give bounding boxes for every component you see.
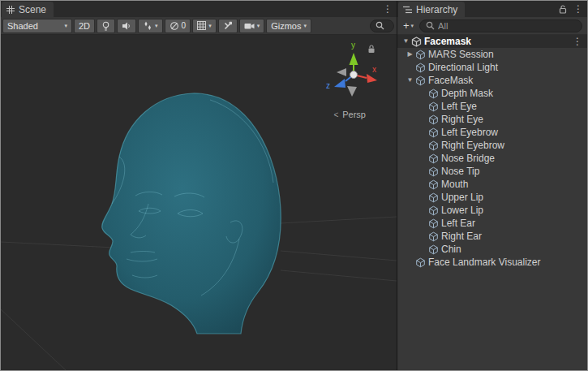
- gameobject-cube-icon: [415, 50, 426, 60]
- gameobject-cube-icon: [428, 114, 439, 125]
- hierarchy-item[interactable]: ▶ MARS Session: [397, 48, 587, 61]
- chevron-down-icon: ▾: [208, 23, 212, 29]
- hierarchy-tabbar: Hierarchy ⋮: [397, 1, 587, 17]
- viewport-lock-icon[interactable]: [367, 45, 376, 54]
- hierarchy-item[interactable]: Left Eyebrow: [397, 126, 587, 139]
- gizmos-dropdown[interactable]: Gizmos ▾: [266, 19, 311, 33]
- hierarchy-item[interactable]: Right Eyebrow: [397, 139, 587, 152]
- item-label: Directional Light: [428, 62, 498, 73]
- hierarchy-item[interactable]: Chin: [397, 243, 587, 256]
- gameobject-cube-icon: [428, 153, 439, 164]
- foldout-arrow[interactable]: ▶: [405, 48, 415, 61]
- gameobject-cube-icon: [428, 140, 439, 151]
- x-axis-label: x: [372, 65, 376, 74]
- face-mesh[interactable]: [102, 93, 281, 334]
- hierarchy-panel-menu-icon[interactable]: ⋮: [572, 1, 585, 17]
- gameobject-cube-icon: [428, 166, 439, 177]
- hierarchy-search-input[interactable]: [438, 21, 576, 31]
- hierarchy-item[interactable]: Nose Bridge: [397, 152, 587, 165]
- scene-visibility-toggle[interactable]: 0: [165, 19, 191, 33]
- scene-panel-menu-icon[interactable]: ⋮: [381, 1, 394, 17]
- tab-hierarchy[interactable]: Hierarchy: [398, 2, 465, 17]
- hierarchy-item[interactable]: Face Landmark Visualizer: [397, 256, 587, 269]
- item-label: Chin: [441, 244, 461, 255]
- z-axis-cone[interactable]: [334, 79, 346, 88]
- hierarchy-item[interactable]: ▼ FaceMask: [397, 74, 587, 87]
- gameobject-cube-icon: [415, 75, 426, 86]
- hierarchy-item[interactable]: Upper Lip: [397, 191, 587, 204]
- scene-viewport[interactable]: y x z <: [1, 35, 397, 370]
- scene-camera-dropdown[interactable]: ▾: [239, 19, 265, 33]
- hierarchy-item[interactable]: Right Ear: [397, 230, 587, 243]
- chevron-down-icon: ▾: [64, 23, 67, 29]
- scene-lighting-toggle[interactable]: [97, 19, 115, 33]
- item-label: Left Ear: [441, 218, 475, 229]
- persp-toggle[interactable]: < Persp: [333, 110, 366, 119]
- scene-grid-dropdown[interactable]: ▾: [192, 19, 217, 33]
- y-axis-cone[interactable]: [350, 53, 358, 65]
- hierarchy-item[interactable]: Directional Light: [397, 61, 587, 74]
- plus-icon: +: [403, 19, 410, 32]
- item-label: MARS Session: [428, 49, 494, 60]
- foldout-arrow[interactable]: ▼: [401, 35, 411, 48]
- neg-x-axis-cone[interactable]: [337, 68, 346, 76]
- hierarchy-item[interactable]: Lower Lip: [397, 204, 587, 217]
- hierarchy-lock-icon[interactable]: [559, 5, 567, 14]
- hierarchy-item[interactable]: Depth Mask: [397, 87, 587, 100]
- visibility-off-icon: [170, 21, 179, 31]
- gizmos-label: Gizmos: [271, 21, 301, 31]
- persp-arrow-icon: <: [333, 110, 338, 119]
- scene-audio-toggle[interactable]: [117, 19, 136, 33]
- foldout-arrow[interactable]: ▼: [405, 74, 415, 87]
- scene-search-field[interactable]: [370, 19, 394, 32]
- y-axis-label: y: [351, 41, 355, 50]
- x-axis-cone[interactable]: [367, 74, 377, 83]
- item-label: Depth Mask: [441, 88, 493, 99]
- hierarchy-item[interactable]: Right Eye: [397, 113, 587, 126]
- grid-tab-icon: [6, 6, 15, 14]
- scene-tabbar: Scene ⋮: [1, 1, 397, 17]
- item-label: Mouth: [441, 179, 468, 190]
- gameobject-cube-icon: [415, 63, 426, 73]
- effects-sparkle-icon: [143, 21, 152, 31]
- z-axis-label: z: [326, 81, 330, 90]
- 2d-toggle-button[interactable]: 2D: [74, 19, 95, 33]
- add-gameobject-button[interactable]: + ▾: [401, 19, 416, 32]
- item-label: FaceMask: [428, 75, 473, 86]
- item-label: Upper Lip: [441, 192, 483, 203]
- chevron-down-icon: ▾: [257, 23, 260, 29]
- item-label: Left Eyebrow: [441, 127, 498, 138]
- hierarchy-item[interactable]: Mouth: [397, 178, 587, 191]
- tab-scene[interactable]: Scene: [2, 2, 54, 17]
- orientation-gizmo[interactable]: y x z: [324, 38, 385, 103]
- gameobject-cube-icon: [415, 257, 426, 268]
- hierarchy-tree: ▶ MARS Session Directional Light ▼ FaceM…: [397, 48, 587, 370]
- shading-mode-dropdown[interactable]: Shaded ▾: [2, 19, 72, 33]
- hierarchy-list-icon: [403, 6, 412, 14]
- hierarchy-item[interactable]: Left Ear: [397, 217, 587, 230]
- hierarchy-search-field[interactable]: [419, 19, 582, 32]
- gizmo-center-hub[interactable]: [350, 71, 358, 79]
- scene-row-menu-icon[interactable]: ⋮: [571, 33, 584, 50]
- persp-label: Persp: [342, 110, 366, 119]
- neg-y-axis-cone[interactable]: [347, 86, 357, 97]
- unity-scene-icon: [411, 37, 422, 47]
- hierarchy-item[interactable]: Left Eye: [397, 100, 587, 113]
- tab-scene-label: Scene: [19, 4, 46, 15]
- scene-panel: Scene ⋮ Shaded ▾ 2D: [1, 1, 397, 370]
- item-label: Nose Bridge: [441, 153, 495, 164]
- gameobject-cube-icon: [428, 101, 439, 112]
- speaker-icon: [122, 21, 131, 31]
- chevron-down-icon: ▾: [411, 23, 414, 29]
- hierarchy-item[interactable]: Nose Tip: [397, 165, 587, 178]
- hidden-object-count: 0: [182, 21, 187, 30]
- camera-icon: [244, 22, 255, 30]
- gameobject-cube-icon: [428, 179, 439, 190]
- scene-tools-button[interactable]: [218, 19, 238, 33]
- scene-header-row[interactable]: ▼ Facemask ⋮: [397, 35, 587, 48]
- scene-toolbar: Shaded ▾ 2D ▾: [1, 17, 397, 35]
- item-label: Face Landmark Visualizer: [428, 257, 541, 268]
- lightbulb-icon: [101, 21, 110, 31]
- scene-effects-dropdown[interactable]: ▾: [138, 19, 163, 33]
- gameobject-cube-icon: [428, 244, 439, 255]
